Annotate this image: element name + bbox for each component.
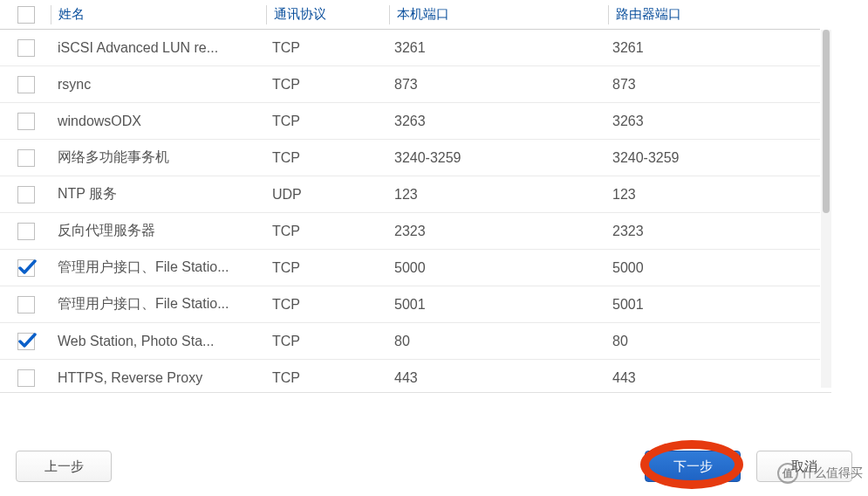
footer-bar: 上一步 下一步 取消 [0, 437, 868, 496]
cell-name: 网络多功能事务机 [51, 148, 265, 167]
cell-name: 管理用户接口、File Statio... [51, 295, 265, 313]
cell-name: Web Station, Photo Sta... [51, 334, 265, 349]
cell-name: rsync [51, 77, 265, 93]
cell-protocol: TCP [265, 334, 387, 349]
row-checkbox[interactable] [17, 149, 35, 167]
table-row[interactable]: 管理用户接口、File Statio...TCP50015001 [0, 286, 820, 323]
table-row[interactable]: windowsODXTCP32633263 [0, 103, 820, 140]
cell-protocol: TCP [265, 114, 387, 129]
table-row[interactable]: Web Station, Photo Sta...TCP8080 [0, 323, 820, 360]
row-checkbox[interactable] [17, 39, 35, 57]
column-header-router-port[interactable]: 路由器端口 [609, 6, 820, 23]
cell-router-port: 3240-3259 [605, 150, 820, 166]
vertical-scrollbar[interactable] [821, 30, 831, 388]
cell-name: iSCSI Advanced LUN re... [51, 40, 265, 56]
cell-protocol: TCP [265, 77, 387, 93]
cell-protocol: TCP [265, 370, 387, 386]
cell-protocol: TCP [265, 40, 387, 56]
row-checkbox[interactable] [17, 296, 35, 313]
cell-local-port: 5001 [387, 297, 605, 313]
prev-button[interactable]: 上一步 [16, 451, 112, 482]
cell-router-port: 5000 [605, 260, 820, 276]
cell-local-port: 873 [387, 77, 605, 93]
cell-name: 反向代理服务器 [51, 222, 265, 240]
next-button[interactable]: 下一步 [645, 451, 741, 482]
cell-name: windowsODX [51, 114, 265, 129]
cell-protocol: TCP [265, 150, 387, 166]
select-all-checkbox[interactable] [17, 6, 35, 24]
cell-router-port: 3261 [605, 40, 820, 56]
cell-router-port: 5001 [605, 297, 820, 313]
row-checkbox[interactable] [17, 369, 35, 387]
cell-protocol: TCP [265, 260, 387, 276]
cell-name: 管理用户接口、File Statio... [51, 258, 265, 277]
cell-router-port: 2323 [605, 224, 820, 239]
cell-local-port: 2323 [387, 224, 605, 239]
row-checkbox[interactable] [17, 259, 35, 277]
row-checkbox[interactable] [17, 76, 35, 93]
cell-protocol: UDP [265, 187, 387, 203]
row-checkbox[interactable] [17, 186, 35, 203]
row-checkbox[interactable] [17, 223, 35, 240]
cell-name: HTTPS, Reverse Proxy [51, 370, 265, 386]
table-row[interactable]: 反向代理服务器TCP23232323 [0, 213, 820, 250]
cell-local-port: 3261 [387, 40, 605, 56]
cell-local-port: 443 [387, 370, 605, 386]
cell-local-port: 80 [387, 334, 605, 349]
cell-protocol: TCP [265, 297, 387, 313]
table-row[interactable]: 网络多功能事务机TCP3240-32593240-3259 [0, 140, 820, 176]
table-row[interactable]: rsyncTCP873873 [0, 66, 820, 103]
cell-local-port: 5000 [387, 260, 605, 276]
scrollbar-thumb[interactable] [823, 30, 830, 213]
cell-router-port: 3263 [605, 114, 820, 129]
table-header: 姓名 通讯协议 本机端口 路由器端口 [0, 0, 820, 30]
cell-local-port: 3263 [387, 114, 605, 129]
cell-name: NTP 服务 [51, 185, 265, 203]
cell-protocol: TCP [265, 224, 387, 239]
row-checkbox[interactable] [17, 113, 35, 130]
table-row[interactable]: NTP 服务UDP123123 [0, 176, 820, 213]
table-row[interactable]: HTTPS, Reverse ProxyTCP443443 [0, 360, 820, 393]
column-header-protocol[interactable]: 通讯协议 [267, 6, 389, 23]
column-header-name[interactable]: 姓名 [51, 6, 266, 23]
cell-router-port: 873 [605, 77, 820, 93]
row-checkbox[interactable] [17, 333, 35, 350]
table-row[interactable]: 管理用户接口、File Statio...TCP50005000 [0, 250, 820, 286]
cell-router-port: 80 [605, 334, 820, 349]
cell-router-port: 123 [605, 187, 820, 203]
cell-router-port: 443 [605, 370, 820, 386]
cancel-button[interactable]: 取消 [756, 451, 852, 482]
cell-local-port: 123 [387, 187, 605, 203]
cell-local-port: 3240-3259 [387, 150, 605, 166]
column-header-local-port[interactable]: 本机端口 [390, 6, 608, 23]
table-row[interactable]: iSCSI Advanced LUN re...TCP32613261 [0, 30, 820, 66]
